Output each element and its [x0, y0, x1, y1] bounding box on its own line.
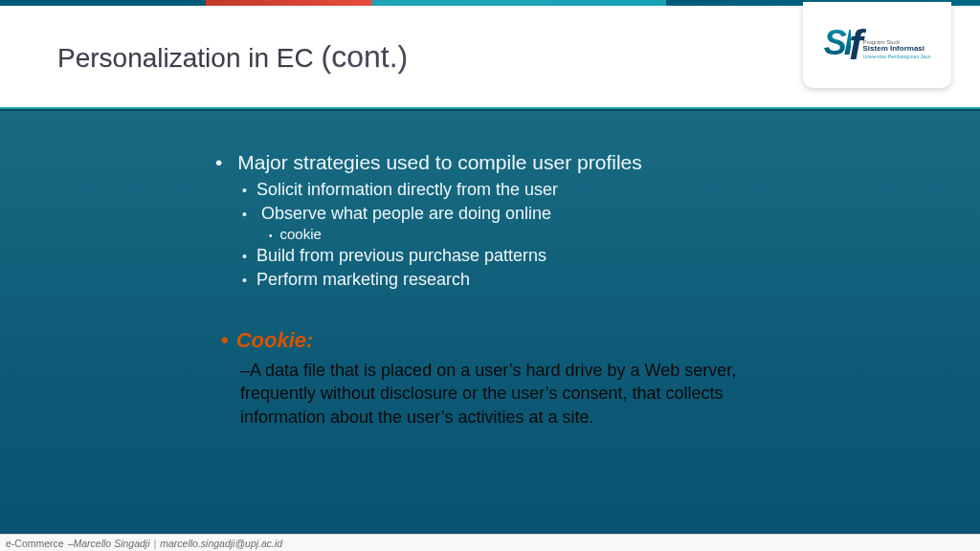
bullet-heading-text: Major strategies used to compile user pr…: [237, 151, 642, 173]
footer-sep: |: [154, 538, 157, 549]
slide-body: Major strategies used to compile user pr…: [0, 109, 980, 536]
list-item-text: Observe what people are doing online: [261, 204, 551, 223]
cookie-block: Cookie: –A data file that is placed on a…: [221, 328, 913, 429]
footer-course: e-Commerce: [6, 538, 64, 549]
logo-text: Program Studi Sistem Informasi Universit…: [863, 39, 931, 59]
cookie-heading: Cookie:: [221, 328, 913, 353]
logo-abbr: SI: [824, 28, 851, 58]
title-cont: (cont.): [321, 39, 408, 74]
list-item-text: Perform marketing research: [256, 270, 470, 289]
slide-title: Personalization in EC (cont.): [57, 39, 408, 75]
list-item: Build from previous purchase patterns: [242, 246, 913, 266]
list-item: cookie: [269, 226, 913, 242]
institution-logo: SI f Program Studi Sistem Informasi Univ…: [803, 2, 951, 88]
slide-header: Personalization in EC (cont.) SI f Progr…: [0, 6, 980, 109]
bullet-list-lvl2: Solicit information directly from the us…: [242, 180, 913, 290]
list-item: Solicit information directly from the us…: [242, 180, 913, 200]
list-item: Perform marketing research: [242, 270, 913, 290]
slide-footer: e-Commerce – Marcello Singadji | marcell…: [0, 534, 980, 551]
footer-email: marcello.singadji@upj.ac.id: [160, 538, 282, 549]
title-main: Personalization in EC: [57, 43, 321, 73]
list-item: Observe what people are doing online coo…: [242, 204, 913, 242]
logo-inner: SI f Program Studi Sistem Informasi Univ…: [824, 28, 930, 61]
logo-line3: Universitas Pembangunan Jaya: [863, 54, 931, 59]
logo-line2: Sistem Informasi: [863, 45, 931, 54]
bullet-heading: Major strategies used to compile user pr…: [215, 151, 913, 290]
list-item-text: cookie: [280, 226, 322, 242]
cookie-definition: –A data file that is placed on a user’s …: [240, 359, 805, 429]
bullet-list-lvl3: cookie: [269, 226, 913, 242]
bullet-list-lvl1: Major strategies used to compile user pr…: [215, 151, 913, 290]
list-item-text: Solicit information directly from the us…: [256, 180, 558, 199]
footer-author: Marcello Singadji: [74, 538, 150, 549]
logo-f: f: [849, 28, 863, 61]
list-item-text: Build from previous purchase patterns: [256, 246, 546, 265]
